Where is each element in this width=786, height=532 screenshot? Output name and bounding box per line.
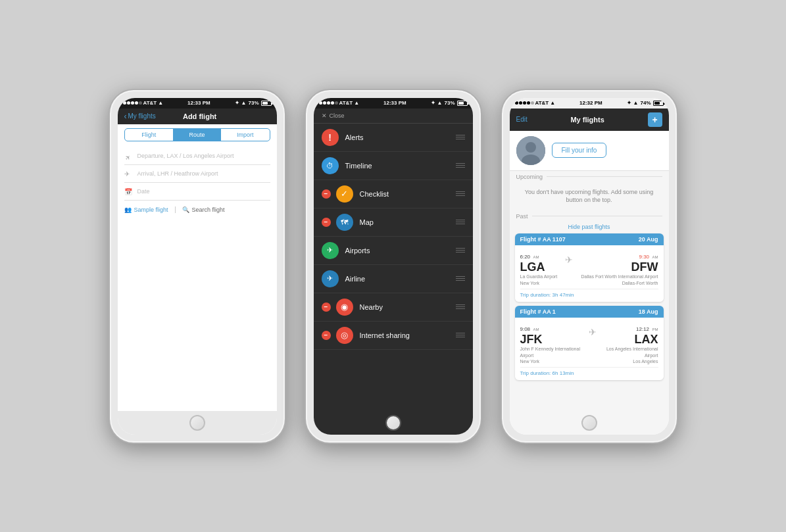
menu-item-map-left: 🗺 Map: [336, 214, 456, 231]
edit-button[interactable]: Edit: [516, 116, 528, 123]
phone2-screen: ✕ Close ! Alerts: [314, 109, 473, 411]
arrival-placeholder: Arrival, LHR / Heathrow Airport: [137, 170, 218, 177]
trip-duration-2: Trip duration: 6h 13min: [520, 367, 658, 376]
departure-field[interactable]: ✈ Departure, LAX / Los Angeles Airport: [124, 148, 270, 165]
sample-flight-button[interactable]: 👥 Sample flight: [124, 206, 176, 213]
dep-time-1: 6:20: [520, 254, 531, 260]
trip-duration-1: Trip duration: 3h 47min: [520, 289, 658, 298]
back-button-1[interactable]: ‹ My flights: [124, 112, 156, 120]
dep-airport-1: La Guardia Airport: [520, 274, 558, 279]
battery-fill-2: [458, 102, 464, 105]
wifi-icon-1: ▲: [158, 100, 163, 106]
search-icon: 🔍: [182, 206, 189, 213]
avatar: [516, 136, 545, 165]
checklist-icon: ✓: [336, 185, 353, 203]
status-bar-3: AT&T ▲ 12:32 PM ✦ ▲ 74%: [510, 98, 669, 109]
airports-handle: [456, 248, 465, 253]
sample-flight-label: Sample flight: [134, 206, 168, 213]
date-icon: 📅: [124, 188, 134, 195]
menu-item-airports[interactable]: ✈ Airports: [314, 237, 473, 265]
time-2: 12:33 PM: [383, 100, 406, 106]
flight-card-1[interactable]: Flight # AA 1107 20 Aug 6:20 AM LGA La G…: [515, 233, 664, 302]
p3-dot1: [515, 101, 518, 105]
plane-icon-2: ✈: [585, 327, 601, 337]
home-circle-1: [189, 415, 205, 431]
past-section: Past: [510, 211, 669, 222]
add-flight-button[interactable]: +: [648, 112, 662, 127]
hide-past-button[interactable]: Hide past flights: [510, 222, 669, 233]
signal-dot-1: [123, 101, 126, 105]
carrier-2: AT&T: [339, 100, 353, 106]
arr-airport-2: Los Angeles International Airport: [601, 346, 658, 358]
battery-fill-3: [654, 102, 660, 105]
timeline-icon: ⏱: [322, 157, 339, 174]
upcoming-label: Upcoming: [516, 174, 543, 180]
form-section: ✈ Departure, LAX / Los Angeles Airport ✈…: [118, 145, 277, 411]
flight-card-1-body: 6:20 AM LGA La Guardia Airport New York …: [515, 245, 664, 302]
tab-flight[interactable]: Flight: [125, 129, 173, 141]
alerts-icon: !: [322, 129, 339, 146]
arr-ampm-1: AM: [652, 255, 658, 259]
checklist-minus-badge: −: [322, 189, 331, 199]
fill-info-button[interactable]: Fill your info: [552, 143, 607, 158]
nav-title-3: My flights: [528, 116, 648, 124]
p3-dot4: [527, 101, 530, 105]
flight-times-1: 6:20 AM LGA La Guardia Airport New York …: [520, 249, 658, 286]
checklist-handle: [456, 191, 465, 196]
flight-card-2-body: 9:08 AM JFK John F Kennedy International…: [515, 318, 664, 380]
signal-dot-5: [139, 101, 142, 105]
arrival-field[interactable]: ✈ Arrival, LHR / Heathrow Airport: [124, 166, 270, 183]
time-3: 12:32 PM: [579, 100, 602, 106]
menu-item-internet[interactable]: − ◎ Internet sharing: [314, 322, 473, 350]
checklist-label: Checklist: [360, 190, 389, 198]
phone3-nav: Edit My flights +: [510, 109, 669, 131]
battery-icon-2: [457, 101, 468, 106]
tab-route[interactable]: Route: [173, 129, 221, 141]
menu-item-checklist[interactable]: − ✓ Checklist: [314, 180, 473, 208]
alerts-label: Alerts: [345, 133, 364, 141]
nearby-minus-badge: −: [322, 302, 331, 312]
wifi-icon-3: ▲: [550, 100, 555, 106]
menu-item-airports-left: ✈ Airports: [322, 242, 456, 259]
arr-info-2: 12:12 PM LAX Los Angeles International A…: [601, 322, 658, 364]
flight-date-1: 20 Aug: [639, 236, 658, 243]
date-field[interactable]: 📅 Date: [124, 183, 270, 201]
menu-item-airline[interactable]: ✈ Airline: [314, 265, 473, 293]
menu-item-timeline[interactable]: ⏱ Timeline: [314, 152, 473, 180]
alerts-handle: [456, 135, 465, 139]
form-actions: 👥 Sample flight 🔍 Search flight: [124, 201, 270, 218]
p2-dot2: [323, 101, 326, 105]
timeline-label: Timeline: [345, 162, 372, 170]
arr-ampm-2: PM: [652, 327, 658, 331]
menu-item-alerts[interactable]: ! Alerts: [314, 124, 473, 152]
arrival-icon: ✈: [124, 170, 134, 178]
menu-item-nearby[interactable]: − ◉ Nearby: [314, 293, 473, 322]
home-button-2[interactable]: [314, 411, 473, 435]
battery-icon-3: [653, 101, 664, 106]
internet-icon: ◎: [336, 327, 353, 344]
phone2-nav: ✕ Close: [314, 109, 473, 124]
search-flight-button[interactable]: 🔍 Search flight: [176, 206, 225, 213]
sample-flight-icon: 👥: [124, 206, 132, 213]
flight-number-1: Flight # AA 1107: [520, 236, 566, 243]
arr-info-1: 9:30 AM DFW Dallas Fort Worth Internatio…: [581, 249, 658, 286]
signal-icon-3: ▲: [633, 100, 639, 106]
tab-import[interactable]: Import: [221, 129, 269, 141]
dep-airport-2: John F Kennedy International Airport: [520, 346, 585, 358]
close-button[interactable]: ✕ Close: [322, 112, 345, 119]
upcoming-header: Upcoming: [510, 171, 669, 181]
flight-card-2-header: Flight # AA 1 18 Aug: [515, 306, 664, 318]
home-button-3[interactable]: [510, 411, 669, 435]
home-button-1[interactable]: [118, 411, 277, 435]
timeline-handle: [456, 163, 465, 168]
p3-dot3: [523, 101, 526, 105]
flight-card-2[interactable]: Flight # AA 1 18 Aug 9:08 AM JFK John F …: [515, 306, 664, 380]
plane-icon-1: ✈: [557, 254, 581, 265]
menu-item-map[interactable]: − 🗺 Map: [314, 208, 473, 237]
dep-info-2: 9:08 AM JFK John F Kennedy International…: [520, 322, 585, 364]
arr-city-1: Dallas-Fort Worth: [581, 280, 658, 286]
flight-card-1-header: Flight # AA 1107 20 Aug: [515, 233, 664, 245]
arr-time-2: 12:12: [636, 326, 649, 332]
signal-icon-2: ▲: [437, 100, 443, 106]
menu-item-checklist-left: ✓ Checklist: [336, 185, 456, 203]
